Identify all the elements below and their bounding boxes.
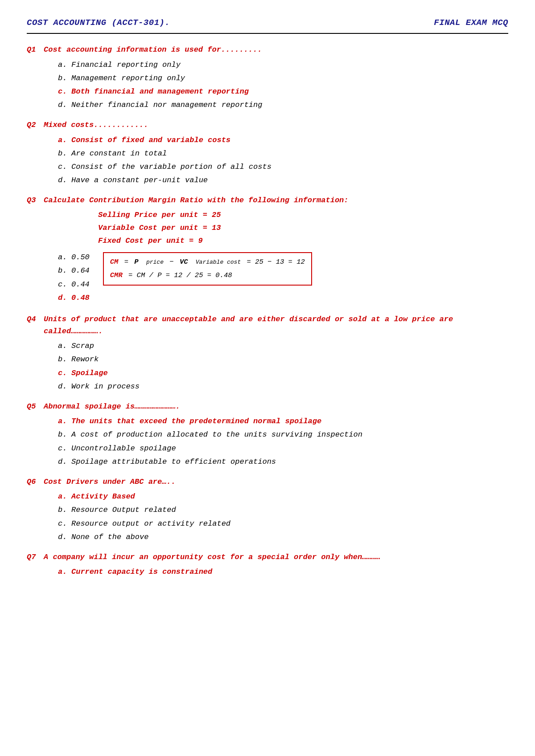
q2-option-label-b: b. [58,147,68,159]
q3-info-line-1: Variable Cost per unit = 13 [98,222,508,235]
questions-container: Q1Cost accounting information is used fo… [27,44,508,578]
q4-option-text-b: Rework [71,353,99,365]
question-text-q1: Cost accounting information is used for.… [44,44,508,56]
q3-option-b: b.0.64 [58,265,90,277]
q6-option-d: d.None of the above [58,531,508,543]
q3-option-d: d.0.48 [58,292,90,304]
q3-option-label-a: a. [58,251,68,263]
question-line-q3: Q3Calculate Contribution Margin Ratio wi… [27,194,508,206]
page-header: COST ACCOUNTING (ACCT-301). FINAL EXAM M… [27,16,508,34]
question-line-q1: Q1Cost accounting information is used fo… [27,44,508,56]
question-block-q7: Q7A company will incur an opportunity co… [27,551,508,578]
q5-option-d: d.Spoilage attributable to efficient ope… [58,456,508,468]
question-number-q4: Q4 [27,313,40,337]
question-number-q1: Q1 [27,44,40,56]
q2-option-text-c: Consist of the variable portion of all c… [71,161,272,173]
q1-option-label-c: c. [58,86,68,98]
question-text-q6: Cost Drivers under ABC are….. [44,476,508,488]
question-block-q4: Q4Units of product that are unacceptable… [27,313,508,392]
question-text-q7: A company will incur an opportunity cost… [44,551,508,563]
q4-option-label-c: c. [58,367,68,379]
q3-option-label-d: d. [58,292,68,304]
q2-option-text-b: Are constant in total [71,147,167,159]
question-block-q1: Q1Cost accounting information is used fo… [27,44,508,111]
q6-option-text-a: Activity Based [71,490,135,503]
q1-option-d: d.Neither financial nor management repor… [58,99,508,111]
q6-option-label-b: b. [58,504,68,516]
q3-info-line-0: Selling Price per unit = 25 [98,209,508,222]
q6-option-a: a.Activity Based [58,490,508,503]
q6-option-label-a: a. [58,490,68,503]
q4-option-d: d.Work in process [58,380,508,392]
q1-option-a: a.Financial reporting only [58,59,508,71]
q3-option-label-c: c. [58,278,68,290]
question-line-q2: Q2Mixed costs............ [27,119,508,131]
q5-options-list: a.The units that exceed the predetermine… [27,415,508,468]
question-number-q3: Q3 [27,194,40,206]
question-line-q7: Q7A company will incur an opportunity co… [27,551,508,563]
q7-option-text-a: Current capacity is constrained [71,566,212,578]
q3-option-text-a: 0.50 [71,251,90,263]
question-text-q3: Calculate Contribution Margin Ratio with… [44,194,508,206]
q6-option-text-d: None of the above [71,531,148,543]
q2-option-label-c: c. [58,161,68,173]
q6-options-list: a.Activity Basedb.Resource Output relate… [27,490,508,543]
q2-options-list: a.Consist of fixed and variable costsb.A… [27,134,508,187]
q6-option-label-c: c. [58,518,68,530]
q2-option-c: c.Consist of the variable portion of all… [58,161,508,173]
q1-option-label-b: b. [58,72,68,84]
question-text-q5: Abnormal spoilage is………………………. [44,400,508,413]
q3-option-text-b: 0.64 [71,265,90,277]
q2-option-b: b.Are constant in total [58,147,508,159]
q4-option-text-d: Work in process [71,380,140,392]
q7-option-a: a.Current capacity is constrained [58,566,508,578]
q3-option-text-c: 0.44 [71,278,90,290]
q5-option-label-a: a. [58,415,68,427]
q1-option-b: b.Management reporting only [58,72,508,84]
q4-option-c: c.Spoilage [58,367,508,379]
q4-option-label-b: b. [58,353,68,365]
q3-option-text-d: 0.48 [71,292,90,304]
q6-option-b: b.Resource Output related [58,504,508,516]
q5-option-b: b.A cost of production allocated to the … [58,429,508,441]
q3-option-label-b: b. [58,265,68,277]
q1-option-label-d: d. [58,99,68,111]
header-right: FINAL EXAM MCQ [434,16,508,29]
q4-option-text-c: Spoilage [71,367,108,379]
question-block-q3: Q3Calculate Contribution Margin Ratio wi… [27,194,508,305]
q6-option-text-b: Resource Output related [71,504,176,516]
q5-option-text-b: A cost of production allocated to the un… [71,429,362,441]
q4-option-label-d: d. [58,380,68,392]
q2-option-label-d: d. [58,174,68,186]
q2-option-text-d: Have a constant per-unit value [71,174,208,186]
q2-option-a: a.Consist of fixed and variable costs [58,134,508,146]
q1-options-list: a.Financial reporting onlyb.Management r… [27,59,508,111]
q5-option-text-a: The units that exceed the predetermined … [71,415,321,427]
q2-option-d: d.Have a constant per-unit value [58,174,508,186]
q2-option-label-a: a. [58,134,68,146]
question-block-q2: Q2Mixed costs............a.Consist of fi… [27,119,508,186]
q5-option-text-c: Uncontrollable spoilage [71,442,176,454]
q4-options-list: a.Scrapb.Reworkc.Spoilaged.Work in proce… [27,340,508,392]
q3-calc-line-1: CMR = CM / P = 12 / 25 = 0.48 [110,269,305,282]
question-number-q5: Q5 [27,400,40,413]
question-line-q4: Q4Units of product that are unacceptable… [27,313,508,337]
q6-option-label-d: d. [58,531,68,543]
q2-option-text-a: Consist of fixed and variable costs [71,134,230,146]
q3-calc-box: CM = P price − VC Variable cost = 25 − 1… [103,252,312,286]
q6-option-c: c.Resource output or activity related [58,518,508,530]
q4-option-a: a.Scrap [58,340,508,352]
q4-option-text-a: Scrap [71,340,94,352]
q5-option-text-d: Spoilage attributable to efficient opera… [71,456,276,468]
question-line-q6: Q6Cost Drivers under ABC are….. [27,476,508,488]
q3-options-list: a.0.50b.0.64c.0.44d.0.48 [27,251,90,305]
q3-option-a: a.0.50 [58,251,90,263]
q5-option-label-d: d. [58,456,68,468]
q1-option-text-c: Both financial and management reporting [71,86,249,98]
q5-option-label-b: b. [58,429,68,441]
question-block-q6: Q6Cost Drivers under ABC are…..a.Activit… [27,476,508,543]
q1-option-c: c.Both financial and management reportin… [58,86,508,98]
header-title: COST ACCOUNTING (ACCT-301). [27,16,170,29]
q1-option-text-d: Neither financial nor management reporti… [71,99,262,111]
q3-options-row: a.0.50b.0.64c.0.44d.0.48CM = P price − V… [27,251,508,305]
